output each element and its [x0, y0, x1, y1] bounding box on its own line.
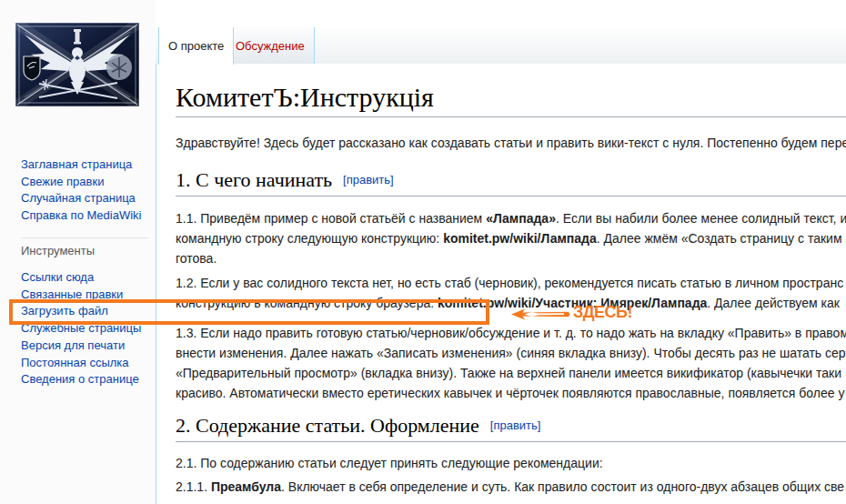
sidebar-tools: Ссылки сюдаСвязанные правкиЗагрузить фай…	[21, 269, 153, 388]
tab-about-project[interactable]: О проекте	[158, 27, 234, 65]
sidebar-tools-header: Инструменты	[21, 237, 148, 257]
sidebar-nav-link-2[interactable]: Случайная страница	[21, 190, 153, 207]
paragraph-2-1-1: 2.1.1. Преамбула. Включает в себя опреде…	[176, 477, 846, 497]
article-line: красиво. Автоматически вместо еретически…	[176, 383, 846, 403]
sidebar-navigation: Заглавная страницаСвежие правкиСлучайная…	[21, 156, 153, 225]
article-line: внести изменения. Далее нажать «Записать…	[176, 343, 846, 363]
article-line: командную строку следующую конструкцию: …	[176, 228, 846, 248]
section-1-heading: 1. С чего начинать[править]	[176, 168, 846, 197]
article-line: 1.2. Если у вас солидного текста нет, но…	[176, 273, 846, 293]
sidebar-nav-link-1[interactable]: Свежие правки	[21, 174, 153, 191]
edit-section-1-link[interactable]: [править]	[343, 173, 394, 186]
page-title: КомитетЪ:Инструкція	[176, 80, 846, 117]
imperial-eagle-flag-icon	[15, 23, 139, 106]
article-line: Здравствуйте! Здесь будет рассказано как…	[176, 133, 846, 153]
tab-discussion[interactable]: Обсуждение	[227, 27, 315, 64]
here-annotation-label: ЗДЕСЬ!	[573, 303, 632, 322]
paragraph-1-1: 1.1. Приведём пример с новой статьёй с н…	[176, 208, 846, 268]
sidebar-nav-link-3[interactable]: Справка по MediaWiki	[21, 207, 153, 225]
intro-paragraph: Здравствуйте! Здесь будет рассказано как…	[176, 133, 846, 153]
sidebar-tool-link-5[interactable]: Постоянная ссылка	[21, 355, 153, 372]
article-line: 1.3. Если надо править готовую статью/че…	[176, 323, 846, 343]
paragraph-2-1: 2.1. По содержанию статьи следует принят…	[176, 453, 846, 473]
article-line: готова.	[176, 248, 846, 268]
sidebar-nav-link-0[interactable]: Заглавная страница	[21, 156, 153, 174]
sidebar-tool-link-2[interactable]: Загрузить файл	[21, 303, 153, 320]
section-1-heading-text: 1. С чего начинать	[176, 168, 332, 191]
sidebar-tool-link-4[interactable]: Версия для печати	[21, 338, 153, 355]
article-line: 2.1. По содержанию статьи следует принят…	[176, 453, 846, 473]
article-line: 1.1. Приведём пример с новой статьёй с н…	[176, 208, 846, 228]
edit-section-2-link[interactable]: [править]	[490, 418, 541, 432]
article-line: 2.1.1. Преамбула. Включает в себя опреде…	[176, 477, 846, 497]
paragraph-1-3: 1.3. Если надо править готовую статью/че…	[176, 323, 846, 403]
sidebar-tool-link-1[interactable]: Связанные правки	[21, 287, 153, 304]
wiki-page: О проекте Обсуждение	[0, 0, 846, 504]
tab-bar: О проекте Обсуждение	[156, 0, 846, 65]
sidebar-tool-link-0[interactable]: Ссылки сюда	[21, 269, 153, 287]
article-line: «Предварительный просмотр» (вкладка вниз…	[176, 363, 846, 383]
sidebar-tool-link-3[interactable]: Служебные страницы	[21, 320, 153, 338]
sidebar-tool-link-6[interactable]: Сведения о странице	[21, 371, 153, 388]
section-2-heading-text: 2. Содержание статьи. Оформление	[176, 414, 479, 437]
article-content: КомитетЪ:Инструкція Здравствуйте! Здесь …	[156, 64, 846, 504]
left-arrow-icon	[510, 307, 570, 321]
wiki-logo[interactable]	[15, 23, 139, 106]
section-2-heading: 2. Содержание статьи. Оформление[править…	[176, 414, 846, 442]
